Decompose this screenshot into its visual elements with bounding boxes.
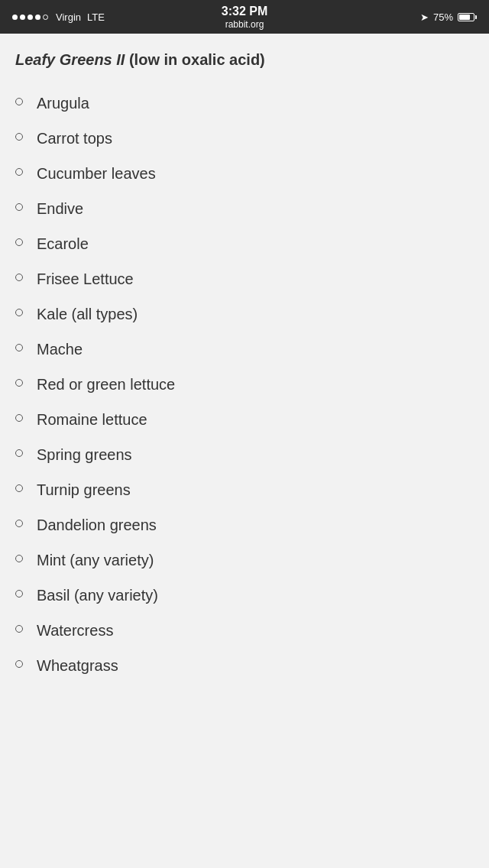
status-bar: Virgin LTE 3:32 PM rabbit.org ➤ 75% — [0, 0, 489, 34]
main-content: Leafy Greens II (low in oxalic acid) Aru… — [0, 34, 489, 706]
list-item: Basil (any variety) — [15, 578, 474, 613]
list-item: Ecarole — [15, 226, 474, 261]
list-bullet — [15, 625, 23, 633]
list-bullet — [15, 555, 23, 562]
status-bar-left: Virgin LTE — [12, 11, 105, 23]
list-item: Frisee Lettuce — [15, 261, 474, 296]
list-item: Cucumber leaves — [15, 156, 474, 191]
list-item-text: Mint (any variety) — [37, 550, 154, 570]
signal-dot-1 — [12, 15, 18, 20]
section-title-italic: Leafy Greens II — [15, 51, 125, 68]
battery-icon — [458, 13, 477, 21]
list-item-text: Cucumber leaves — [37, 164, 156, 183]
location-icon: ➤ — [420, 11, 429, 23]
list-item-text: Red or green lettuce — [37, 374, 175, 394]
list-item-text: Watercress — [37, 620, 113, 640]
signal-dot-4 — [35, 15, 40, 20]
list-bullet — [15, 309, 23, 316]
list-item-text: Spring greens — [37, 445, 132, 465]
list-bullet — [15, 203, 23, 211]
list-item: Mache — [15, 332, 474, 367]
list-bullet — [15, 98, 23, 105]
list-item-text: Dandelion greens — [37, 515, 157, 535]
signal-dots — [12, 15, 48, 20]
section-title: Leafy Greens II (low in oxalic acid) — [15, 49, 474, 70]
signal-dot-5 — [43, 15, 48, 20]
battery-body — [458, 13, 474, 21]
list-item-text: Wheatgrass — [37, 656, 118, 675]
signal-dot-3 — [28, 15, 33, 20]
list-item: Turnip greens — [15, 472, 474, 507]
clock: 3:32 PM — [222, 5, 267, 18]
list-item: Spring greens — [15, 437, 474, 472]
list-item: Endive — [15, 191, 474, 226]
list-bullet — [15, 379, 23, 387]
list-bullet — [15, 484, 23, 492]
list-bullet — [15, 238, 23, 246]
list-item: Watercress — [15, 613, 474, 648]
list-item-text: Mache — [37, 339, 83, 359]
list-item-text: Romaine lettuce — [37, 410, 147, 429]
list-bullet — [15, 414, 23, 422]
carrier-name: Virgin — [56, 11, 81, 23]
list-item: Carrot tops — [15, 121, 474, 156]
list-bullet — [15, 168, 23, 176]
section-subtitle: (low in oxalic acid) — [125, 51, 264, 68]
list-bullet — [15, 590, 23, 598]
list-bullet — [15, 660, 23, 668]
battery-fill — [459, 15, 470, 20]
list-item: Kale (all types) — [15, 296, 474, 332]
battery-tip — [475, 15, 477, 19]
list-bullet — [15, 133, 23, 141]
list-item: Dandelion greens — [15, 507, 474, 542]
list-item-text: Frisee Lettuce — [37, 269, 134, 289]
list-item-text: Ecarole — [37, 234, 89, 254]
url-display: rabbit.org — [222, 19, 267, 30]
list-bullet — [15, 520, 23, 527]
list-item-text: Turnip greens — [37, 480, 131, 500]
leafy-greens-list: ArugulaCarrot topsCucumber leavesEndiveE… — [15, 86, 474, 683]
list-item: Romaine lettuce — [15, 402, 474, 437]
list-item: Wheatgrass — [15, 648, 474, 683]
list-item-text: Arugula — [37, 93, 89, 113]
list-bullet — [15, 274, 23, 281]
signal-dot-2 — [20, 15, 25, 20]
network-type: LTE — [87, 11, 105, 23]
list-item-text: Basil (any variety) — [37, 585, 158, 605]
list-item: Arugula — [15, 86, 474, 121]
list-bullet — [15, 449, 23, 457]
list-item: Red or green lettuce — [15, 367, 474, 402]
list-bullet — [15, 344, 23, 351]
list-item-text: Kale (all types) — [37, 304, 138, 324]
status-bar-right: ➤ 75% — [420, 11, 477, 23]
status-bar-center: 3:32 PM rabbit.org — [222, 5, 267, 30]
battery-percent: 75% — [433, 11, 453, 23]
list-item: Mint (any variety) — [15, 542, 474, 578]
list-item-text: Carrot tops — [37, 128, 112, 148]
list-item-text: Endive — [37, 199, 83, 219]
